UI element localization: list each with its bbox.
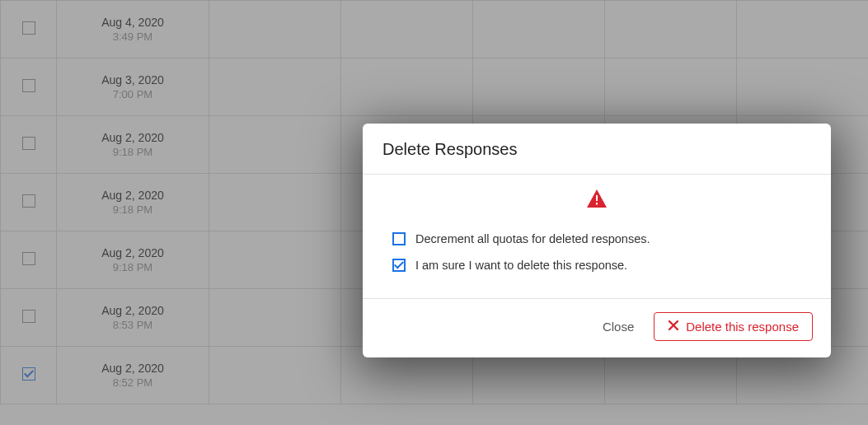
delete-button-label: Delete this response <box>686 320 799 334</box>
warning-icon <box>382 189 811 211</box>
dialog-footer: Close Delete this response <box>363 298 831 357</box>
confirm-delete-checkbox[interactable] <box>392 259 406 272</box>
decrement-quotas-option[interactable]: Decrement all quotas for deleted respons… <box>382 226 811 252</box>
close-button[interactable]: Close <box>591 313 645 340</box>
confirm-delete-option[interactable]: I am sure I want to delete this response… <box>382 252 811 278</box>
delete-response-button[interactable]: Delete this response <box>654 312 813 341</box>
dialog-body: Decrement all quotas for deleted respons… <box>363 175 831 298</box>
close-x-icon <box>668 320 679 334</box>
confirm-delete-label: I am sure I want to delete this response… <box>415 259 627 272</box>
dialog-title: Delete Responses <box>382 140 811 159</box>
svg-rect-0 <box>596 195 598 201</box>
dialog-header: Delete Responses <box>363 124 831 175</box>
svg-rect-1 <box>596 203 598 205</box>
decrement-quotas-checkbox[interactable] <box>392 232 406 245</box>
delete-responses-dialog: Delete Responses Decrement all quotas fo… <box>363 124 831 357</box>
decrement-quotas-label: Decrement all quotas for deleted respons… <box>415 232 650 245</box>
